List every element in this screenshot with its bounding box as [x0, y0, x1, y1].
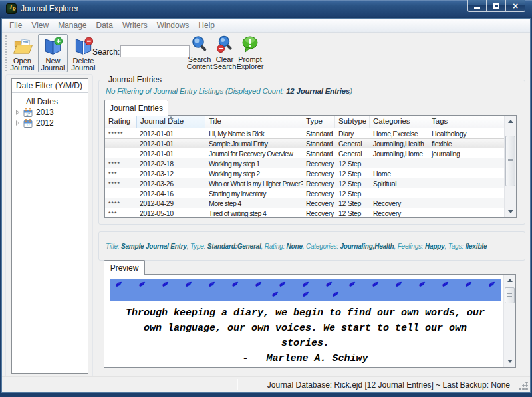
cell-title: Tired of writing step 4 [205, 208, 303, 218]
table-row[interactable]: 2012-01-01Journal for Recovery OverviewS… [105, 148, 504, 158]
minimize-icon [474, 7, 480, 9]
toolbar: OpenJournal NewJournal DeleteJournal [2, 33, 530, 74]
arrow-down-icon [507, 360, 513, 363]
banner-glyph-row-2: ✒✒✒ [110, 289, 501, 300]
sort-ascending-icon [168, 116, 174, 119]
cell-categories [370, 158, 428, 168]
titlebar[interactable]: JR Journal Explorer × [0, 0, 532, 19]
tab-preview[interactable]: Preview [104, 260, 145, 275]
menu-view[interactable]: View [27, 21, 53, 30]
date-filter-header: Date Filter (Y/M/D) [12, 79, 88, 93]
table-row[interactable]: 2012-01-01Sample Journal EntryStandardGe… [105, 138, 504, 148]
resize-grip[interactable] [519, 382, 528, 390]
cell-categories: Recovery [370, 198, 428, 208]
menu-file[interactable]: File [5, 21, 27, 30]
cell-title: Starting my inventory [205, 188, 303, 198]
status-text: Journal Database: Rick.ejd [12 Journal E… [267, 380, 510, 390]
table-body: *****2012-01-01Hi, My Name is RickStanda… [105, 128, 504, 217]
cell-tags: flexible [428, 138, 504, 148]
cell-title: More step 4 [205, 198, 303, 208]
cell-type: Standard [303, 128, 335, 138]
cell-subtype: 12 Step [335, 168, 370, 178]
menu-help[interactable]: Help [194, 21, 219, 30]
column-type[interactable]: Type [303, 116, 335, 128]
preview-scroll-up-button[interactable] [504, 275, 515, 286]
prompt-explorer-button[interactable]: PromptExplorer [235, 34, 265, 72]
column-rating[interactable]: Rating [105, 116, 136, 128]
menu-manage[interactable]: Manage [53, 21, 91, 30]
preview-scrollbar-thumb[interactable] [505, 287, 515, 303]
column-journal-date[interactable]: Journal Date [136, 116, 205, 128]
cell-title: Hi, My Name is Rick [205, 128, 303, 138]
cell-tags [428, 158, 504, 168]
column-title[interactable]: Title [205, 116, 303, 128]
new-journal-button[interactable]: NewJournal [38, 34, 68, 72]
arrow-down-icon [508, 210, 513, 213]
preview-banner: ✒✒✒✒✒✒✒✒✒✒✒✒✒✒✒✒✒ ✒✒✒ [110, 279, 501, 301]
cell-journal-date: 2012-03-12 [136, 168, 205, 178]
cell-rating [105, 188, 136, 198]
cell-tags: Healthology [428, 128, 504, 138]
new-journal-label: NewJournal [41, 57, 65, 72]
cell-journal-date: 2012-03-26 [136, 178, 205, 188]
column-subtype[interactable]: Subtype [335, 116, 370, 128]
close-button[interactable]: × [506, 0, 525, 12]
minimize-button[interactable] [467, 0, 487, 12]
cell-type: Recovery [303, 198, 335, 208]
cell-type: Recovery [303, 188, 335, 198]
table-row[interactable]: ****2012-02-18Working my step 1Recovery1… [105, 158, 504, 168]
delete-journal-icon [73, 36, 94, 57]
menu-bar: FileViewManageDataWritersWindowsHelp [2, 19, 530, 33]
cell-subtype: 12 Step [335, 188, 370, 198]
quote-attribution: - Marlene A. Schiwy [123, 351, 487, 366]
arrow-up-icon [507, 279, 513, 282]
cell-journal-date: 2012-04-16 [136, 188, 205, 198]
expand-icon[interactable] [15, 120, 21, 126]
tree-item-year-2013[interactable]: 172013 [12, 107, 88, 118]
table-row[interactable]: ***2012-05-10Tired of writing step 4Reco… [105, 208, 504, 218]
toolbar-grip[interactable] [5, 35, 7, 71]
column-categories[interactable]: Categories [370, 116, 428, 128]
table-row[interactable]: ****2012-03-26Who or What is my Higher P… [105, 178, 504, 188]
journal-entries-group-label: Journal Entries [106, 75, 164, 84]
table-row[interactable]: 2012-04-16Starting my inventoryRecovery1… [105, 188, 504, 198]
tree-item-all-dates[interactable]: All Dates [12, 96, 88, 107]
scroll-down-button[interactable] [505, 206, 516, 217]
cell-tags [428, 208, 504, 218]
cell-rating: *** [105, 208, 136, 218]
menu-windows[interactable]: Windows [152, 21, 194, 30]
table-row[interactable]: ****2012-04-29More step 4Recovery12 Step… [105, 198, 504, 208]
search-input[interactable] [120, 45, 190, 57]
table-scrollbar[interactable] [504, 116, 516, 217]
column-tags[interactable]: Tags [428, 116, 516, 128]
scroll-up-button[interactable] [505, 116, 516, 127]
filter-notice: No Filtering of Journal Entry Listings (… [106, 87, 352, 95]
cell-subtype: 12 Step [335, 198, 370, 208]
preview-scrollbar[interactable] [503, 275, 515, 367]
tab-journal-entries[interactable]: Journal Entries [104, 100, 168, 116]
tree-item-year-2012[interactable]: 172012 [12, 118, 88, 128]
scrollbar-thumb[interactable] [505, 136, 515, 186]
cell-journal-date: 2012-01-01 [136, 128, 205, 138]
maximize-button[interactable] [487, 0, 506, 12]
cell-categories: Home,Exercise [370, 128, 428, 138]
open-journal-button[interactable]: OpenJournal [7, 34, 37, 72]
cell-categories: Spiritual [370, 178, 428, 188]
menu-data[interactable]: Data [92, 21, 118, 30]
cell-rating: **** [105, 198, 136, 208]
cell-journal-date: 2012-02-18 [136, 158, 205, 168]
date-tree: All Dates 172013172012 [12, 93, 88, 128]
cell-categories: Journaling,Home [370, 148, 428, 158]
menu-writers[interactable]: Writers [118, 21, 152, 30]
table-row[interactable]: ***2012-03-12Working my step 2Recovery12… [105, 168, 504, 178]
app-window: JR Journal Explorer × FileViewManageData… [0, 0, 532, 397]
cell-type: Standard [303, 148, 335, 158]
arrow-up-icon [508, 120, 513, 123]
pen-glyph-icon: ✒ [330, 287, 342, 301]
status-separator [237, 379, 237, 390]
table-row[interactable]: *****2012-01-01Hi, My Name is RickStanda… [105, 128, 504, 138]
expand-icon[interactable] [15, 110, 21, 115]
cell-title: Journal for Recovery Overview [205, 148, 303, 158]
preview-scroll-down-button[interactable] [504, 356, 515, 367]
cell-journal-date: 2012-01-01 [136, 148, 205, 158]
